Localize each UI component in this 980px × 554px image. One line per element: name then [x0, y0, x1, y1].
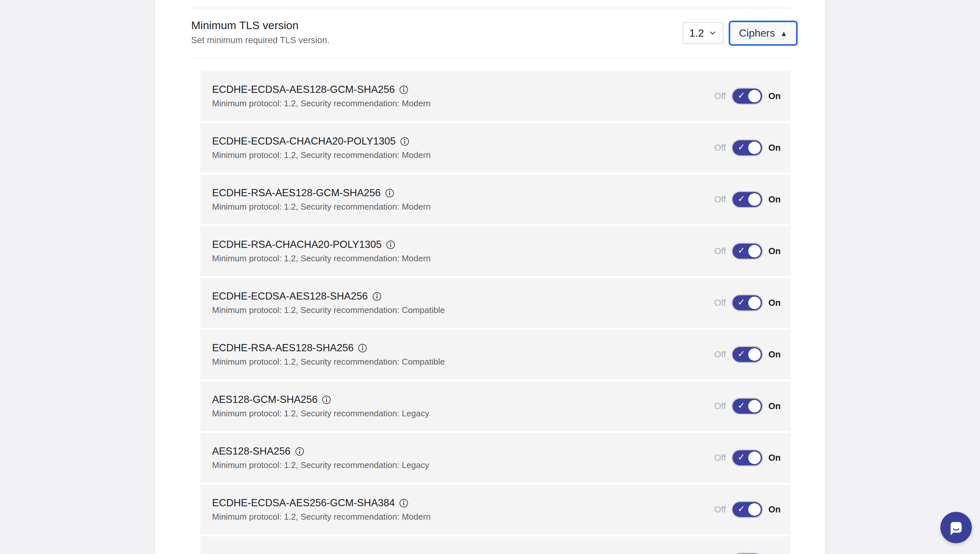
cipher-toggle[interactable]: ✓: [733, 140, 762, 155]
toggle-off-label: Off: [714, 246, 726, 256]
ciphers-button[interactable]: Ciphers ▲: [729, 21, 797, 46]
check-icon: ✓: [738, 91, 745, 100]
check-icon: ✓: [738, 298, 745, 307]
cipher-toggle[interactable]: ✓: [733, 451, 762, 465]
toggle-off-label: Off: [714, 91, 726, 101]
info-icon[interactable]: [400, 137, 410, 146]
cipher-text: AES128-GCM-SHA256 Minimum protocol: 1.2,…: [212, 394, 429, 419]
check-icon: ✓: [738, 350, 745, 358]
toggle-off-label: Off: [714, 350, 726, 360]
toggle-group: Off ✓ On: [714, 192, 780, 207]
toggle-on-label: On: [769, 453, 781, 463]
toggle-on-label: On: [769, 505, 781, 515]
cipher-text: AES128-SHA256 Minimum protocol: 1.2, Sec…: [212, 446, 429, 470]
toggle-group: Off ✓ On: [714, 502, 780, 517]
cipher-meta: Minimum protocol: 1.2, Security recommen…: [212, 150, 431, 160]
toggle-group: Off ✓ On: [714, 347, 780, 362]
cipher-name: ECDHE-ECDSA-AES256-GCM-SHA384: [212, 497, 395, 509]
header-controls: 1.2 Ciphers ▲: [683, 21, 798, 46]
cipher-name: ECDHE-RSA-AES128-GCM-SHA256: [212, 187, 381, 199]
cipher-row: ECDHE-ECDSA-AES128-GCM-SHA256 Minimum pr…: [200, 71, 790, 121]
cipher-row: ECDHE-RSA-AES128-GCM-SHA256 Minimum prot…: [200, 175, 790, 224]
toggle-off-label: Off: [714, 298, 726, 308]
cipher-toggle[interactable]: ✓: [733, 244, 762, 259]
cipher-meta: Minimum protocol: 1.2, Security recommen…: [212, 357, 445, 367]
toggle-knob: [748, 142, 761, 154]
page-title: Minimum TLS version: [191, 19, 298, 32]
settings-card: Minimum TLS version Set minimum required…: [155, 0, 825, 554]
toggle-on-label: On: [769, 401, 781, 411]
check-icon: ✓: [738, 246, 745, 255]
toggle-group: Off ✓ On: [714, 140, 780, 155]
check-icon: ✓: [738, 401, 745, 410]
cipher-list: ECDHE-ECDSA-AES128-GCM-SHA256 Minimum pr…: [200, 71, 790, 554]
toggle-off-label: Off: [714, 505, 726, 515]
info-icon[interactable]: [372, 292, 381, 301]
cipher-toggle[interactable]: ✓: [733, 295, 762, 310]
toggle-knob: [748, 400, 761, 412]
toggle-off-label: Off: [714, 194, 726, 205]
check-icon: ✓: [738, 194, 745, 204]
toggle-knob: [748, 348, 761, 361]
cipher-text: ECDHE-ECDSA-CHACHA20-POLY1305 Minimum pr…: [212, 135, 431, 160]
cipher-text: ECDHE-ECDSA-AES128-GCM-SHA256 Minimum pr…: [212, 84, 431, 108]
cipher-row: ECDHE-ECDSA-CHACHA20-POLY1305 Minimum pr…: [200, 123, 790, 173]
cipher-text: ECDHE-ECDSA-AES256-GCM-SHA384 Minimum pr…: [212, 497, 431, 522]
cipher-meta: Minimum protocol: 1.2, Security recommen…: [212, 460, 429, 470]
cipher-name: ECDHE-RSA-CHACHA20-POLY1305: [212, 239, 381, 250]
info-icon[interactable]: [385, 188, 394, 198]
page-description: Set minimum required TLS version.: [191, 35, 330, 45]
cipher-row: ECDHE-ECDSA-AES256-SHA384 Off ✓ On: [200, 536, 790, 554]
toggle-off-label: Off: [714, 453, 726, 463]
cipher-row: AES128-GCM-SHA256 Minimum protocol: 1.2,…: [200, 381, 790, 431]
toggle-on-label: On: [769, 91, 781, 101]
cipher-row: ECDHE-RSA-AES128-SHA256 Minimum protocol…: [200, 330, 790, 379]
info-icon[interactable]: [295, 447, 305, 456]
toggle-on-label: On: [769, 246, 781, 256]
info-icon[interactable]: [399, 498, 409, 508]
cipher-meta: Minimum protocol: 1.2, Security recommen…: [212, 202, 431, 212]
cipher-meta: Minimum protocol: 1.2, Security recommen…: [212, 99, 431, 108]
toggle-group: Off ✓ On: [714, 89, 780, 103]
check-icon: ✓: [738, 505, 745, 513]
info-icon[interactable]: [399, 85, 409, 94]
toggle-group: Off ✓ On: [714, 244, 780, 259]
toggle-knob: [748, 452, 761, 464]
toggle-off-label: Off: [714, 143, 726, 153]
toggle-group: Off ✓ On: [714, 399, 780, 414]
chat-bubble-icon: [947, 519, 965, 536]
cipher-text: ECDHE-RSA-AES128-SHA256 Minimum protocol…: [212, 342, 445, 367]
toggle-knob: [748, 193, 761, 206]
cipher-name: ECDHE-RSA-AES128-SHA256: [212, 342, 353, 354]
cipher-toggle[interactable]: ✓: [733, 502, 762, 517]
cipher-name: AES128-SHA256: [212, 446, 290, 457]
info-icon[interactable]: [322, 395, 331, 404]
info-icon[interactable]: [358, 343, 367, 353]
header-divider: [191, 58, 791, 59]
toggle-knob: [748, 90, 761, 102]
cipher-text: ECDHE-RSA-CHACHA20-POLY1305 Minimum prot…: [212, 239, 431, 264]
toggle-on-label: On: [769, 350, 781, 360]
cipher-meta: Minimum protocol: 1.2, Security recommen…: [212, 305, 445, 315]
cipher-text: ECDHE-RSA-AES128-GCM-SHA256 Minimum prot…: [212, 187, 431, 212]
tls-version-value: 1.2: [690, 27, 704, 39]
cipher-meta: Minimum protocol: 1.2, Security recommen…: [212, 409, 429, 419]
cipher-toggle[interactable]: ✓: [733, 347, 762, 362]
toggle-knob: [748, 503, 761, 516]
toggle-group: Off ✓ On: [714, 451, 780, 465]
tls-version-select[interactable]: 1.2: [683, 22, 723, 44]
cipher-name: ECDHE-ECDSA-AES128-GCM-SHA256: [212, 84, 395, 96]
toggle-knob: [748, 245, 761, 257]
cipher-row: AES128-SHA256 Minimum protocol: 1.2, Sec…: [200, 433, 790, 483]
check-icon: ✓: [738, 143, 745, 152]
chat-launcher-button[interactable]: [940, 512, 972, 543]
cipher-name: AES128-GCM-SHA256: [212, 394, 318, 406]
cipher-toggle[interactable]: ✓: [733, 89, 762, 103]
toggle-knob: [748, 297, 761, 309]
toggle-on-label: On: [769, 143, 781, 153]
cipher-toggle[interactable]: ✓: [733, 192, 762, 207]
check-icon: ✓: [738, 453, 745, 462]
info-icon[interactable]: [386, 240, 396, 250]
cipher-toggle[interactable]: ✓: [733, 399, 762, 414]
cipher-row: ECDHE-ECDSA-AES128-SHA256 Minimum protoc…: [200, 278, 790, 328]
